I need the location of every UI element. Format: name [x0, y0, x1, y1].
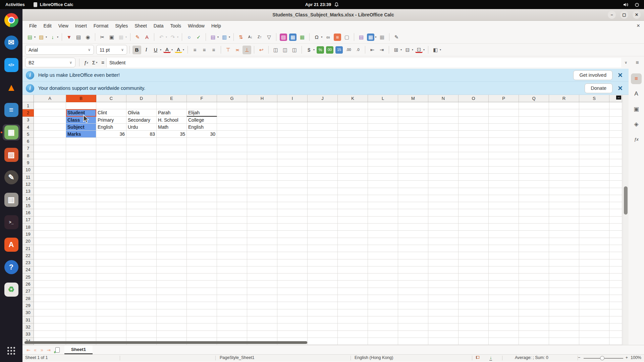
cell-M23[interactable] — [398, 259, 428, 266]
cell-N28[interactable] — [428, 295, 459, 302]
cell-S6[interactable] — [579, 138, 609, 145]
cell-J19[interactable] — [308, 231, 338, 238]
cell-S11[interactable] — [579, 174, 609, 181]
cell-K13[interactable] — [338, 188, 368, 195]
highlighting-color-button[interactable]: A▾ — [174, 46, 185, 54]
cell-N8[interactable] — [428, 152, 459, 159]
cell-D14[interactable] — [126, 195, 157, 202]
cell-A7[interactable] — [34, 145, 66, 152]
cell-G22[interactable] — [217, 252, 247, 259]
cell-K9[interactable] — [338, 159, 368, 166]
row-header-16[interactable]: 16 — [22, 209, 34, 216]
cell-F25[interactable] — [187, 274, 217, 281]
cell-P9[interactable] — [489, 159, 519, 166]
cell-Q32[interactable] — [519, 323, 549, 330]
cell-P7[interactable] — [489, 145, 519, 152]
cell-E19[interactable] — [157, 231, 187, 238]
cell-F2[interactable]: Elijah — [187, 109, 217, 116]
cell-P24[interactable] — [489, 266, 519, 274]
row-header-4[interactable]: 4 — [22, 124, 34, 131]
cell-S16[interactable] — [579, 209, 609, 216]
show-applications-button[interactable] — [3, 343, 20, 359]
cell-O4[interactable] — [459, 124, 489, 131]
cell-I27[interactable] — [277, 288, 308, 295]
cell-S29[interactable] — [579, 302, 609, 309]
cell-L27[interactable] — [368, 288, 398, 295]
row-header-32[interactable]: 32 — [22, 323, 34, 330]
cell-H25[interactable] — [247, 274, 277, 281]
cell-L2[interactable] — [368, 109, 398, 116]
cell-E18[interactable] — [157, 224, 187, 231]
cell-O1[interactable] — [459, 102, 489, 109]
cell-E5[interactable]: 35 — [157, 131, 187, 138]
cell-L30[interactable] — [368, 309, 398, 316]
cell-Q11[interactable] — [519, 174, 549, 181]
cell-L5[interactable] — [368, 131, 398, 138]
cell-P17[interactable] — [489, 217, 519, 224]
cell-S25[interactable] — [579, 274, 609, 281]
cell-S33[interactable] — [579, 331, 609, 338]
sort-descending-button[interactable]: Z↑ — [255, 33, 264, 42]
menu-window[interactable]: Window — [184, 22, 208, 29]
cell-P8[interactable] — [489, 152, 519, 159]
cell-partial[interactable] — [609, 188, 622, 195]
cell-S7[interactable] — [579, 145, 609, 152]
cell-G20[interactable] — [217, 238, 247, 245]
cell-H30[interactable] — [247, 309, 277, 316]
formula-button[interactable]: = — [99, 60, 106, 65]
cell-I15[interactable] — [277, 202, 308, 209]
close-icon[interactable]: × — [616, 71, 624, 79]
cell-J28[interactable] — [308, 295, 338, 302]
cell-F16[interactable] — [187, 209, 217, 216]
dock-item-ubuntu-software[interactable]: A — [3, 237, 20, 253]
cell-P26[interactable] — [489, 281, 519, 288]
cell-Q7[interactable] — [519, 145, 549, 152]
cell-M32[interactable] — [398, 323, 428, 330]
cell-A6[interactable] — [34, 138, 66, 145]
cell-E4[interactable]: Math — [157, 124, 187, 131]
cell-J13[interactable] — [308, 188, 338, 195]
cell-H27[interactable] — [247, 288, 277, 295]
cell-F28[interactable] — [187, 295, 217, 302]
cell-partial[interactable] — [609, 238, 622, 245]
cell-H9[interactable] — [247, 159, 277, 166]
row-header-29[interactable]: 29 — [22, 302, 34, 309]
cell-C24[interactable] — [96, 266, 126, 274]
font-size-combo[interactable]: 11 pt ∨ — [96, 45, 127, 55]
cell-H19[interactable] — [247, 231, 277, 238]
cell-B17[interactable] — [66, 217, 96, 224]
cell-C30[interactable] — [96, 309, 126, 316]
name-box[interactable]: B2 ∨ — [25, 58, 75, 67]
cell-N30[interactable] — [428, 309, 459, 316]
cell-D5[interactable]: 83 — [126, 131, 157, 138]
cell-partial[interactable] — [609, 252, 622, 259]
cell-J22[interactable] — [308, 252, 338, 259]
cell-O25[interactable] — [459, 274, 489, 281]
cell-R29[interactable] — [549, 302, 579, 309]
cell-C9[interactable] — [96, 159, 126, 166]
cell-J8[interactable] — [308, 152, 338, 159]
cell-Q26[interactable] — [519, 281, 549, 288]
cell-R22[interactable] — [549, 252, 579, 259]
format-as-percent-button[interactable]: % — [316, 46, 325, 54]
text-language[interactable]: English (Hong Kong) — [355, 355, 393, 360]
cell-C18[interactable] — [96, 224, 126, 231]
cell-B28[interactable] — [66, 295, 96, 302]
menu-insert[interactable]: Insert — [72, 22, 90, 29]
row-header-22[interactable]: 22 — [22, 252, 34, 259]
cell-I30[interactable] — [277, 309, 308, 316]
cell-M3[interactable] — [398, 117, 428, 124]
document-modified-icon[interactable]: ↓ — [489, 355, 492, 361]
cell-F4[interactable]: English — [187, 124, 217, 131]
cell-M8[interactable] — [398, 152, 428, 159]
cell-P16[interactable] — [489, 209, 519, 216]
cell-G27[interactable] — [217, 288, 247, 295]
cell-R8[interactable] — [549, 152, 579, 159]
cell-K14[interactable] — [338, 195, 368, 202]
cell-I1[interactable] — [277, 102, 308, 109]
cell-A1[interactable] — [34, 102, 66, 109]
cell-G14[interactable] — [217, 195, 247, 202]
sidebar-gallery-button[interactable]: ▣ — [631, 104, 642, 114]
spelling-button[interactable]: ✓ — [194, 33, 203, 42]
cell-partial[interactable] — [609, 259, 622, 266]
